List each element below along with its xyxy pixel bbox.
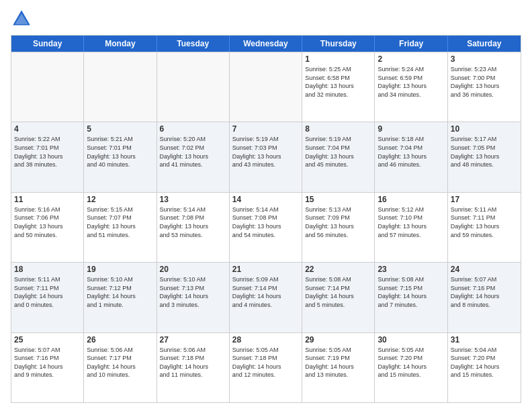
cal-week-1: 1Sunrise: 5:25 AM Sunset: 6:58 PM Daylig… [11,52,521,122]
calendar-header: SundayMondayTuesdayWednesdayThursdayFrid… [11,36,521,52]
day-info: Sunrise: 5:12 AM Sunset: 7:10 PM Dayligh… [378,205,444,239]
day-number: 22 [305,265,371,274]
day-number: 5 [87,124,153,134]
cal-cell: 1Sunrise: 5:25 AM Sunset: 6:58 PM Daylig… [302,52,375,122]
day-info: Sunrise: 5:04 AM Sunset: 7:20 PM Dayligh… [451,346,518,379]
day-number: 16 [378,195,444,204]
day-number: 17 [451,195,518,204]
day-info: Sunrise: 5:11 AM Sunset: 7:11 PM Dayligh… [451,205,518,239]
day-info: Sunrise: 5:18 AM Sunset: 7:04 PM Dayligh… [378,135,444,169]
calendar: SundayMondayTuesdayWednesdayThursdayFrid… [11,35,521,403]
day-info: Sunrise: 5:15 AM Sunset: 7:07 PM Dayligh… [87,205,153,239]
day-number: 1 [305,54,371,64]
cal-cell [157,52,230,122]
day-number: 6 [160,124,226,134]
cal-cell: 19Sunrise: 5:10 AM Sunset: 7:12 PM Dayli… [84,263,157,332]
day-number: 26 [87,335,153,345]
day-number: 13 [160,195,226,204]
cal-cell: 20Sunrise: 5:10 AM Sunset: 7:13 PM Dayli… [157,263,230,332]
day-info: Sunrise: 5:06 AM Sunset: 7:18 PM Dayligh… [160,346,226,379]
cal-week-4: 18Sunrise: 5:11 AM Sunset: 7:11 PM Dayli… [11,262,521,332]
day-info: Sunrise: 5:17 AM Sunset: 7:05 PM Dayligh… [451,135,518,169]
day-number: 24 [451,265,518,274]
day-number: 9 [378,124,444,134]
day-info: Sunrise: 5:07 AM Sunset: 7:16 PM Dayligh… [451,275,518,309]
day-info: Sunrise: 5:19 AM Sunset: 7:04 PM Dayligh… [305,135,371,169]
day-info: Sunrise: 5:24 AM Sunset: 6:59 PM Dayligh… [378,65,444,99]
day-number: 21 [232,265,299,274]
cal-cell: 7Sunrise: 5:19 AM Sunset: 7:03 PM Daylig… [230,122,302,191]
day-info: Sunrise: 5:14 AM Sunset: 7:08 PM Dayligh… [160,205,226,239]
day-number: 20 [160,265,226,274]
logo [11,8,36,30]
day-number: 4 [14,124,81,134]
cal-cell [84,52,157,122]
day-number: 11 [14,195,81,204]
cal-cell: 2Sunrise: 5:24 AM Sunset: 6:59 PM Daylig… [375,52,447,122]
cal-week-2: 4Sunrise: 5:22 AM Sunset: 7:01 PM Daylig… [11,122,521,191]
day-number: 2 [378,54,444,64]
cal-cell: 24Sunrise: 5:07 AM Sunset: 7:16 PM Dayli… [448,263,521,332]
day-number: 29 [305,335,371,345]
cal-cell: 11Sunrise: 5:16 AM Sunset: 7:06 PM Dayli… [11,193,84,262]
day-info: Sunrise: 5:19 AM Sunset: 7:03 PM Dayligh… [232,135,299,169]
day-info: Sunrise: 5:08 AM Sunset: 7:15 PM Dayligh… [378,275,444,309]
day-info: Sunrise: 5:14 AM Sunset: 7:08 PM Dayligh… [232,205,299,239]
day-info: Sunrise: 5:05 AM Sunset: 7:18 PM Dayligh… [232,346,299,379]
cal-cell: 17Sunrise: 5:11 AM Sunset: 7:11 PM Dayli… [448,193,521,262]
cal-header-monday: Monday [84,36,157,52]
cal-header-saturday: Saturday [448,36,521,52]
day-info: Sunrise: 5:05 AM Sunset: 7:20 PM Dayligh… [378,346,444,379]
day-number: 15 [305,195,371,204]
day-number: 19 [87,265,153,274]
day-info: Sunrise: 5:10 AM Sunset: 7:13 PM Dayligh… [160,275,226,309]
cal-cell: 23Sunrise: 5:08 AM Sunset: 7:15 PM Dayli… [375,263,447,332]
cal-cell: 4Sunrise: 5:22 AM Sunset: 7:01 PM Daylig… [11,122,84,191]
day-number: 12 [87,195,153,204]
day-info: Sunrise: 5:10 AM Sunset: 7:12 PM Dayligh… [87,275,153,309]
day-number: 8 [305,124,371,134]
day-number: 28 [232,335,299,345]
day-number: 10 [451,124,518,134]
cal-cell [230,52,302,122]
day-info: Sunrise: 5:23 AM Sunset: 7:00 PM Dayligh… [451,65,518,99]
cal-cell: 10Sunrise: 5:17 AM Sunset: 7:05 PM Dayli… [448,122,521,191]
cal-week-3: 11Sunrise: 5:16 AM Sunset: 7:06 PM Dayli… [11,192,521,262]
cal-cell: 6Sunrise: 5:20 AM Sunset: 7:02 PM Daylig… [157,122,230,191]
day-info: Sunrise: 5:07 AM Sunset: 7:16 PM Dayligh… [14,346,81,379]
cal-header-thursday: Thursday [302,36,375,52]
day-info: Sunrise: 5:20 AM Sunset: 7:02 PM Dayligh… [160,135,226,169]
cal-cell: 14Sunrise: 5:14 AM Sunset: 7:08 PM Dayli… [230,193,302,262]
cal-cell: 13Sunrise: 5:14 AM Sunset: 7:08 PM Dayli… [157,193,230,262]
day-info: Sunrise: 5:22 AM Sunset: 7:01 PM Dayligh… [14,135,81,169]
cal-cell: 16Sunrise: 5:12 AM Sunset: 7:10 PM Dayli… [375,193,447,262]
cal-cell: 18Sunrise: 5:11 AM Sunset: 7:11 PM Dayli… [11,263,84,332]
cal-cell: 28Sunrise: 5:05 AM Sunset: 7:18 PM Dayli… [230,333,302,402]
cal-week-5: 25Sunrise: 5:07 AM Sunset: 7:16 PM Dayli… [11,332,521,402]
day-info: Sunrise: 5:16 AM Sunset: 7:06 PM Dayligh… [14,205,81,239]
cal-header-friday: Friday [375,36,447,52]
day-number: 27 [160,335,226,345]
cal-header-wednesday: Wednesday [230,36,302,52]
cal-header-tuesday: Tuesday [157,36,230,52]
day-info: Sunrise: 5:05 AM Sunset: 7:19 PM Dayligh… [305,346,371,379]
day-number: 14 [232,195,299,204]
day-info: Sunrise: 5:08 AM Sunset: 7:14 PM Dayligh… [305,275,371,309]
cal-cell: 3Sunrise: 5:23 AM Sunset: 7:00 PM Daylig… [448,52,521,122]
day-number: 30 [378,335,444,345]
cal-cell: 15Sunrise: 5:13 AM Sunset: 7:09 PM Dayli… [302,193,375,262]
cal-cell: 25Sunrise: 5:07 AM Sunset: 7:16 PM Dayli… [11,333,84,402]
cal-cell [11,52,84,122]
cal-cell: 8Sunrise: 5:19 AM Sunset: 7:04 PM Daylig… [302,122,375,191]
cal-cell: 26Sunrise: 5:06 AM Sunset: 7:17 PM Dayli… [84,333,157,402]
cal-header-sunday: Sunday [11,36,84,52]
cal-cell: 30Sunrise: 5:05 AM Sunset: 7:20 PM Dayli… [375,333,447,402]
page: SundayMondayTuesdayWednesdayThursdayFrid… [0,0,532,411]
cal-cell: 21Sunrise: 5:09 AM Sunset: 7:14 PM Dayli… [230,263,302,332]
cal-cell: 12Sunrise: 5:15 AM Sunset: 7:07 PM Dayli… [84,193,157,262]
cal-cell: 27Sunrise: 5:06 AM Sunset: 7:18 PM Dayli… [157,333,230,402]
day-info: Sunrise: 5:06 AM Sunset: 7:17 PM Dayligh… [87,346,153,379]
cal-cell: 9Sunrise: 5:18 AM Sunset: 7:04 PM Daylig… [375,122,447,191]
cal-cell: 22Sunrise: 5:08 AM Sunset: 7:14 PM Dayli… [302,263,375,332]
day-info: Sunrise: 5:13 AM Sunset: 7:09 PM Dayligh… [305,205,371,239]
